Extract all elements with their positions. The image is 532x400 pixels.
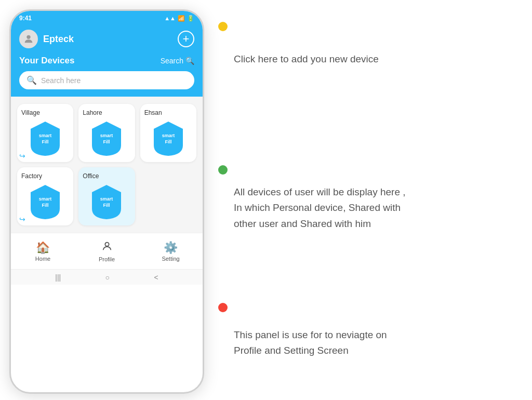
annotation-text-3-line2: Profile and Setting Screen — [234, 345, 349, 356]
battery-icon: 🔋 — [187, 15, 194, 22]
svg-text:Fill: Fill — [165, 139, 171, 144]
share-icon-factory: ↪ — [19, 215, 25, 223]
search-bar[interactable]: 🔍 Search here — [19, 71, 194, 89]
svg-text:Fill: Fill — [103, 139, 110, 144]
search-input[interactable]: Search here — [41, 76, 81, 85]
device-name-lahore: Lahore — [83, 109, 102, 116]
svg-point-11 — [105, 242, 109, 246]
home-label: Home — [35, 256, 50, 262]
header-left: Epteck — [19, 30, 74, 48]
svg-point-0 — [26, 35, 30, 39]
search-icon: 🔍 — [185, 57, 194, 65]
device-name-village: Village — [21, 109, 40, 116]
gesture-home-icon: ○ — [105, 273, 110, 282]
device-name-factory: Factory — [21, 172, 42, 180]
wifi-icon: 📶 — [178, 15, 185, 22]
annotation-2: All devices of user will be display here… — [234, 184, 406, 232]
status-icons: ▲▲ 📶 🔋 — [164, 15, 194, 22]
search-bar-icon: 🔍 — [26, 75, 37, 85]
annotation-text-1: Click here to add you new device — [234, 54, 379, 64]
search-link[interactable]: Search 🔍 — [161, 57, 194, 65]
nav-profile[interactable]: Profile — [75, 241, 139, 262]
svg-text:Fill: Fill — [42, 139, 49, 144]
svg-text:Fill: Fill — [103, 203, 110, 208]
device-card-village[interactable]: Village smart Fill ↪ — [17, 104, 73, 162]
devices-bar: Your Devices Search 🔍 — [11, 56, 203, 71]
device-card-factory[interactable]: Factory smart Fill ↪ — [17, 167, 73, 225]
status-bar: 9:41 ▲▲ 📶 🔋 — [11, 11, 203, 25]
profile-icon — [101, 241, 113, 255]
dot-green — [218, 165, 228, 175]
annotation-1: Click here to add you new device — [234, 52, 379, 67]
gesture-bar: ||| ○ < — [11, 269, 203, 285]
annotation-text-2-line2: In which Personal device, Shared with — [234, 202, 401, 213]
svg-text:smart: smart — [100, 133, 113, 138]
gesture-menu-icon: ||| — [55, 273, 61, 282]
setting-label: Setting — [162, 256, 179, 262]
smartfill-badge-ehsan: smart Fill — [152, 119, 185, 157]
device-card-office[interactable]: Office smart Fill — [78, 167, 135, 225]
device-card-ehsan[interactable]: Ehsan smart Fill — [140, 104, 196, 162]
devices-title: Your Devices — [19, 56, 74, 66]
device-name-ehsan: Ehsan — [144, 109, 162, 116]
smartfill-badge-village: smart Fill — [29, 119, 62, 157]
settings-icon: ⚙️ — [164, 241, 178, 255]
share-icon-village: ↪ — [19, 152, 25, 160]
nav-home[interactable]: 🏠 Home — [11, 241, 75, 262]
device-name-office: Office — [83, 172, 99, 180]
app-header: Epteck + — [11, 25, 203, 56]
add-device-button[interactable]: + — [178, 31, 194, 47]
device-grid: Village smart Fill ↪ Lahore smart — [11, 97, 203, 233]
svg-text:Fill: Fill — [42, 203, 49, 208]
profile-label: Profile — [99, 256, 115, 262]
phone-frame: 9:41 ▲▲ 📶 🔋 Epteck + Your De — [9, 9, 204, 394]
search-label: Search — [161, 57, 183, 65]
annotation-text-2-line1: All devices of user will be display here… — [234, 186, 406, 197]
home-icon: 🏠 — [36, 241, 50, 255]
status-time: 9:41 — [19, 15, 32, 22]
svg-text:smart: smart — [162, 133, 175, 138]
app-name: Epteck — [43, 34, 74, 45]
annotation-text-3-line1: This panel is use for to neviagte on — [234, 329, 387, 340]
search-bar-container: 🔍 Search here — [11, 71, 203, 97]
signal-icon: ▲▲ — [164, 15, 176, 21]
dot-red — [218, 303, 228, 312]
dot-yellow — [218, 22, 228, 31]
annotation-3: This panel is use for to neviagte on Pro… — [234, 327, 387, 359]
svg-text:smart: smart — [39, 133, 52, 138]
gesture-back-icon: < — [154, 273, 158, 282]
smartfill-badge-lahore: smart Fill — [90, 119, 123, 157]
nav-setting[interactable]: ⚙️ Setting — [139, 241, 203, 262]
smartfill-badge-office: smart Fill — [90, 183, 123, 220]
device-card-lahore[interactable]: Lahore smart Fill — [78, 104, 135, 162]
smartfill-badge-factory: smart Fill — [29, 183, 62, 220]
svg-text:smart: smart — [39, 196, 52, 202]
annotation-text-2-line3: other user and Shared with him — [234, 218, 371, 229]
bottom-nav: 🏠 Home Profile ⚙️ Setting — [11, 233, 203, 269]
avatar — [19, 30, 38, 48]
svg-text:smart: smart — [100, 196, 113, 202]
